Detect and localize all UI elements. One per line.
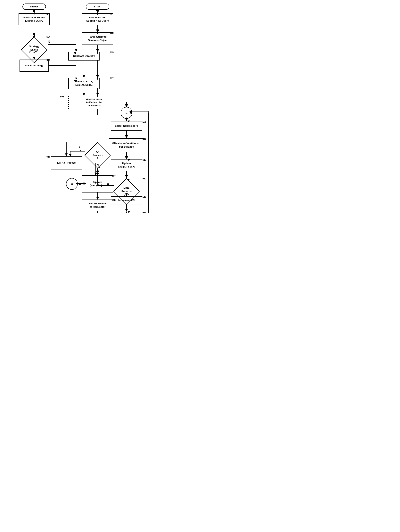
access-index-label: Access Indexto Derive Listof Records bbox=[86, 98, 102, 108]
ref-505-label: 505 bbox=[110, 51, 114, 54]
start2-label: START bbox=[94, 5, 102, 8]
select-next-node: Select Next Record bbox=[111, 121, 142, 131]
connector-c-label: C bbox=[71, 182, 73, 186]
formulate-new-label: Formulate andSubmit New Query bbox=[86, 16, 109, 23]
initialize-ec-node: Initialize EC, T,Eval(X), Sel(X) bbox=[68, 78, 100, 89]
update-query-node: UpdateQuery Object bbox=[82, 175, 113, 192]
increment-ec-label: Increment EC bbox=[118, 199, 135, 202]
return-results-node: Return Resultsto Requestor bbox=[82, 200, 113, 211]
start1-node: START bbox=[22, 4, 46, 10]
start1-label: START bbox=[30, 5, 38, 8]
select-strategy-node: Select Strategy bbox=[19, 60, 49, 72]
ref-509-label: 509 bbox=[142, 121, 146, 123]
strategy-exists-text: StrategyExists? bbox=[29, 45, 39, 55]
connector-b-label: B bbox=[126, 111, 127, 114]
more-records-text: MoreRecords? bbox=[121, 186, 132, 196]
generate-strategy-label: Generate Strategy bbox=[73, 54, 95, 58]
alt-y-label: Y bbox=[80, 149, 81, 152]
alt-n-label: N bbox=[97, 164, 99, 166]
start2-node: START bbox=[86, 4, 109, 10]
ref-511-label: 511 bbox=[142, 158, 146, 161]
ec-ge-t-node: EC ≥ T? bbox=[113, 211, 140, 213]
evaluate-cond-label: Evaluate Conditionsper Strategy bbox=[114, 142, 139, 149]
ref-508-label: 508 bbox=[60, 95, 64, 98]
ref-513-label: 513 bbox=[142, 196, 146, 198]
alt-process-text: AltProcess? bbox=[93, 150, 103, 160]
formulate-new-node: Formulate andSubmit New Query bbox=[82, 13, 113, 25]
generate-strategy-node: Generate Strategy bbox=[68, 52, 100, 61]
parse-query-node: Parse Query toGenerate Object bbox=[82, 32, 113, 45]
strategy-exists-node: StrategyExists? bbox=[20, 36, 48, 63]
update-eval-label: UpdateEval(X), Sel(X) bbox=[118, 162, 135, 169]
update-query-label: UpdateQuery Object bbox=[90, 181, 106, 187]
ref-507-label: 507 bbox=[110, 77, 114, 80]
ec-ge-t-diamond: EC ≥ T? bbox=[113, 211, 140, 213]
svg-marker-75 bbox=[114, 212, 139, 213]
ref-512-label: 512 bbox=[142, 177, 146, 180]
access-index-node: Access Indexto Derive Listof Records bbox=[68, 96, 120, 109]
ref-514-label: 514 bbox=[142, 211, 146, 213]
strategy-exists-diamond: StrategyExists? bbox=[20, 36, 48, 63]
kill-alt-node: Kill Alt Process bbox=[51, 156, 82, 170]
kill-alt-label: Kill Alt Process bbox=[57, 161, 76, 165]
strategy-n-label: N bbox=[48, 41, 50, 44]
parse-query-label: Parse Query toGenerate Object bbox=[88, 35, 107, 42]
flowchart-diagram: START 503 Select and SubmitExisting Quer… bbox=[0, 0, 160, 213]
ref-515-label: 515 bbox=[112, 142, 115, 145]
return-results-label: Return Resultsto Requestor bbox=[89, 202, 107, 209]
update-eval-node: UpdateEval(X), Sel(X) bbox=[111, 159, 142, 171]
select-next-label: Select Next Record bbox=[115, 124, 138, 128]
connector-c-node: C bbox=[66, 178, 78, 190]
ref-516-label: 516 bbox=[46, 155, 50, 158]
select-strategy-label: Select Strategy bbox=[25, 64, 43, 67]
evaluate-cond-node: Evaluate Conditionsper Strategy bbox=[109, 138, 144, 152]
select-existing-node: Select and SubmitExisting Query bbox=[19, 13, 50, 25]
svg-text:Y: Y bbox=[79, 145, 81, 148]
select-existing-label: Select and SubmitExisting Query bbox=[23, 16, 45, 23]
initialize-ec-label: Initialize EC, T,Eval(X), Sel(X) bbox=[75, 80, 93, 87]
connector-b-node: B bbox=[121, 107, 132, 119]
